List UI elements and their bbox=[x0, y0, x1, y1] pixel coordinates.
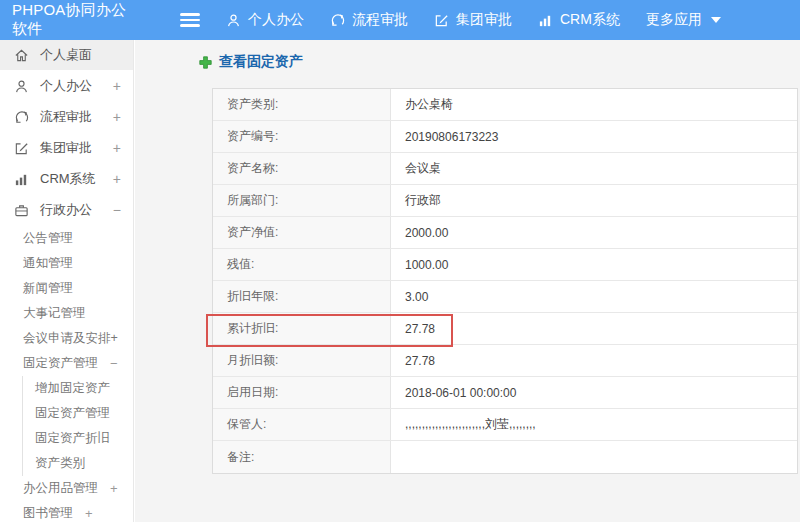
sidebar-item-events-mgmt[interactable]: 大事记管理 bbox=[0, 301, 133, 326]
row-value: 会议桌 bbox=[391, 153, 797, 184]
top-navigation: 个人办公 流程审批 集团审批 CRM系统 更多应用 bbox=[226, 11, 747, 29]
main-content: 查看固定资产 资产类别:办公桌椅 资产编号:20190806173223 资产名… bbox=[135, 40, 800, 522]
briefcase-icon bbox=[14, 203, 31, 218]
row-label: 折旧年限: bbox=[213, 281, 391, 312]
edit-icon bbox=[14, 141, 31, 156]
sidebar-item-notice-mgmt[interactable]: 通知管理 bbox=[0, 251, 133, 276]
nav-more-apps[interactable]: 更多应用 bbox=[646, 11, 721, 29]
hamburger-menu-icon[interactable] bbox=[180, 11, 200, 30]
table-row: 备注: bbox=[213, 441, 797, 473]
table-row-accumulated-depreciation: 累计折旧:27.78 bbox=[213, 313, 797, 345]
sidebar-item-process-approval[interactable]: 流程审批 + bbox=[0, 102, 133, 132]
asset-detail-table: 资产类别:办公桌椅 资产编号:20190806173223 资产名称:会议桌 所… bbox=[212, 88, 798, 474]
sidebar-item-add-fixed-asset[interactable]: 增加固定资产 bbox=[23, 376, 133, 401]
sidebar-item-news-mgmt[interactable]: 新闻管理 bbox=[0, 276, 133, 301]
table-row: 资产类别:办公桌椅 bbox=[213, 89, 797, 121]
row-label: 资产名称: bbox=[213, 153, 391, 184]
row-label: 残值: bbox=[213, 249, 391, 280]
sidebar-item-admin-office[interactable]: 行政办公 − bbox=[0, 195, 133, 225]
app-logo: PHPOA协同办公软件 bbox=[0, 1, 140, 39]
sidebar-item-office-supplies-mgmt[interactable]: 办公用品管理 + bbox=[0, 476, 133, 501]
table-row: 折旧年限:3.00 bbox=[213, 281, 797, 313]
table-row: 资产名称:会议桌 bbox=[213, 153, 797, 185]
page-title: 查看固定资产 bbox=[199, 53, 800, 71]
nav-personal-office[interactable]: 个人办公 bbox=[226, 11, 304, 29]
sidebar-item-meeting-request[interactable]: 会议申请及安排+ bbox=[0, 326, 133, 351]
nav-group-approval[interactable]: 集团审批 bbox=[434, 11, 512, 29]
row-label: 累计折旧: bbox=[213, 313, 391, 344]
row-label: 资产编号: bbox=[213, 121, 391, 152]
expand-icon: + bbox=[113, 109, 121, 125]
expand-icon: + bbox=[113, 140, 121, 156]
row-value: 3.00 bbox=[391, 281, 797, 312]
row-value bbox=[391, 441, 797, 473]
table-row: 保管人:,,,,,,,,,,,,,,,,,,,,,,,,刘莹,,,,,,,, bbox=[213, 409, 797, 441]
row-value: 1000.00 bbox=[391, 249, 797, 280]
sidebar-item-book-mgmt[interactable]: 图书管理 + bbox=[0, 501, 133, 522]
sidebar-item-fixed-asset-mgmt[interactable]: 固定资产管理 − bbox=[0, 351, 133, 376]
sidebar-item-crm-system[interactable]: CRM系统 + bbox=[0, 164, 133, 194]
table-row: 所属部门:行政部 bbox=[213, 185, 797, 217]
row-label: 资产净值: bbox=[213, 217, 391, 248]
person-icon bbox=[14, 79, 31, 94]
row-value: 2000.00 bbox=[391, 217, 797, 248]
fixed-asset-submenu: 增加固定资产 固定资产管理 固定资产折旧 资产类别 bbox=[22, 376, 133, 476]
table-row: 启用日期:2018-06-01 00:00:00 bbox=[213, 377, 797, 409]
person-icon bbox=[226, 13, 241, 28]
process-icon bbox=[14, 110, 31, 125]
row-value: 行政部 bbox=[391, 185, 797, 216]
sidebar-item-asset-category[interactable]: 资产类别 bbox=[23, 451, 133, 476]
collapse-icon: − bbox=[113, 202, 121, 218]
table-row: 资产编号:20190806173223 bbox=[213, 121, 797, 153]
row-value: 办公桌椅 bbox=[391, 89, 797, 120]
sidebar: 个人桌面 个人办公 + 流程审批 + 集团审批 + CRM系统 + 行政办公 − bbox=[0, 40, 134, 522]
row-value: 20190806173223 bbox=[391, 121, 797, 152]
table-row: 资产净值:2000.00 bbox=[213, 217, 797, 249]
process-icon bbox=[330, 13, 345, 28]
nav-crm-system[interactable]: CRM系统 bbox=[538, 11, 620, 29]
expand-icon: + bbox=[113, 171, 121, 187]
sidebar-item-personal-office[interactable]: 个人办公 + bbox=[0, 71, 133, 101]
collapse-icon: − bbox=[110, 356, 118, 371]
expand-icon: + bbox=[85, 506, 93, 521]
expand-icon: + bbox=[113, 78, 121, 94]
home-icon bbox=[14, 48, 31, 63]
nav-process-approval[interactable]: 流程审批 bbox=[330, 11, 408, 29]
sidebar-item-fixed-asset-depreciation[interactable]: 固定资产折旧 bbox=[23, 426, 133, 451]
row-label: 备注: bbox=[213, 441, 391, 473]
row-label: 所属部门: bbox=[213, 185, 391, 216]
row-value: ,,,,,,,,,,,,,,,,,,,,,,,,刘莹,,,,,,,, bbox=[391, 409, 797, 440]
row-label: 资产类别: bbox=[213, 89, 391, 120]
bar-chart-icon bbox=[14, 172, 31, 187]
top-header: PHPOA协同办公软件 个人办公 流程审批 集团审批 CRM系统 bbox=[0, 0, 800, 40]
caret-down-icon bbox=[711, 17, 721, 23]
row-value: 27.78 bbox=[391, 313, 797, 344]
table-row: 残值:1000.00 bbox=[213, 249, 797, 281]
table-row: 月折旧额:27.78 bbox=[213, 345, 797, 377]
row-value: 27.78 bbox=[391, 345, 797, 376]
expand-icon: + bbox=[110, 481, 118, 496]
edit-icon bbox=[434, 13, 449, 28]
bar-chart-icon bbox=[538, 13, 553, 28]
row-label: 月折旧额: bbox=[213, 345, 391, 376]
sidebar-item-announcement-mgmt[interactable]: 公告管理 bbox=[0, 226, 133, 251]
sidebar-item-group-approval[interactable]: 集团审批 + bbox=[0, 133, 133, 163]
row-label: 保管人: bbox=[213, 409, 391, 440]
row-label: 启用日期: bbox=[213, 377, 391, 408]
sidebar-item-fixed-asset-manage[interactable]: 固定资产管理 bbox=[23, 401, 133, 426]
sidebar-item-personal-desktop[interactable]: 个人桌面 bbox=[0, 40, 133, 70]
green-plus-icon bbox=[199, 56, 212, 69]
row-value: 2018-06-01 00:00:00 bbox=[391, 377, 797, 408]
